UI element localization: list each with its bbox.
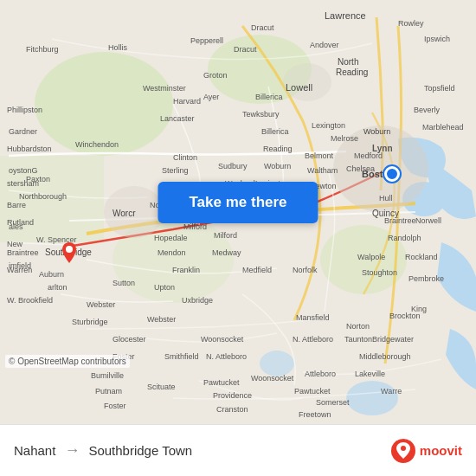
svg-point-8 [346, 381, 398, 415]
svg-text:Warre: Warre [381, 387, 402, 396]
svg-text:Ayer: Ayer [203, 93, 219, 101]
svg-text:Sudbury: Sudbury [218, 162, 248, 170]
svg-text:Woburn: Woburn [264, 162, 291, 170]
svg-text:Harvard: Harvard [173, 97, 201, 106]
take-me-there-button[interactable]: Take me there [158, 182, 318, 223]
svg-text:Hollis: Hollis [108, 43, 128, 52]
svg-text:Milford: Milford [183, 222, 207, 231]
moovit-brand-icon [390, 438, 416, 464]
svg-text:Sterling: Sterling [162, 166, 189, 175]
svg-text:Pawtucket: Pawtucket [294, 387, 331, 396]
svg-point-129 [401, 446, 406, 451]
svg-text:Billerica: Billerica [261, 127, 289, 136]
svg-text:Taunton: Taunton [344, 335, 372, 344]
svg-text:Mansfield: Mansfield [296, 313, 330, 322]
svg-text:Braintree: Braintree [7, 248, 39, 257]
route-info: Nahant → Southbridge Town [14, 441, 192, 460]
svg-text:Lancaster: Lancaster [160, 114, 195, 123]
svg-text:Glocester: Glocester [113, 335, 146, 344]
svg-text:Pawtucket: Pawtucket [203, 378, 240, 387]
svg-text:Groton: Groton [203, 71, 228, 80]
svg-text:Rockland: Rockland [405, 253, 438, 261]
svg-text:Melrose: Melrose [331, 134, 358, 143]
svg-text:Providence: Providence [213, 391, 252, 400]
svg-text:Tewksbury: Tewksbury [242, 110, 280, 119]
svg-text:Auburn: Auburn [39, 270, 64, 279]
svg-text:Norwell: Norwell [415, 216, 441, 225]
svg-text:Attleboro: Attleboro [305, 370, 336, 378]
svg-text:Sutton: Sutton [113, 279, 135, 287]
svg-text:arlton: arlton [48, 283, 68, 292]
svg-text:Westminster: Westminster [143, 84, 186, 93]
bottom-navigation-bar: Nahant → Southbridge Town moovit [0, 424, 476, 476]
svg-text:Putnam: Putnam [95, 387, 122, 396]
svg-text:Woonsocket: Woonsocket [251, 374, 294, 383]
svg-text:Winchendon: Winchendon [75, 140, 119, 149]
svg-text:N. Attleboro: N. Attleboro [206, 352, 247, 361]
svg-text:Dracut: Dracut [251, 23, 274, 32]
moovit-brand-text: moovit [420, 443, 462, 458]
svg-text:Gardner: Gardner [9, 127, 37, 136]
svg-text:New: New [7, 240, 23, 248]
svg-text:Uxbridge: Uxbridge [182, 296, 213, 305]
svg-text:North: North [338, 57, 358, 67]
svg-text:Lakeville: Lakeville [355, 370, 385, 378]
svg-text:oystonG: oystonG [9, 166, 38, 175]
svg-text:Phillipston: Phillipston [7, 106, 42, 114]
svg-text:Andover: Andover [310, 41, 339, 49]
svg-text:Topsfield: Topsfield [424, 84, 455, 93]
svg-text:Woonsocket: Woonsocket [201, 335, 244, 344]
svg-text:Hubbardston: Hubbardston [7, 145, 52, 153]
svg-text:Hopedale: Hopedale [154, 234, 188, 242]
svg-text:Reading: Reading [336, 68, 368, 77]
svg-text:Marblehead: Marblehead [422, 123, 464, 132]
svg-text:Waltham: Waltham [307, 166, 338, 175]
svg-text:Medway: Medway [212, 248, 241, 257]
svg-text:Beverly: Beverly [414, 106, 441, 114]
svg-text:Norton: Norton [346, 322, 370, 331]
svg-text:Scituate: Scituate [147, 383, 176, 391]
svg-text:Clinton: Clinton [173, 153, 197, 162]
svg-text:Lawrence: Lawrence [325, 10, 366, 21]
svg-text:Billerica: Billerica [255, 93, 283, 101]
svg-text:King: King [411, 305, 427, 313]
svg-text:Mendon: Mendon [158, 248, 186, 257]
svg-text:Randolph: Randolph [388, 234, 421, 242]
svg-text:Chelsea: Chelsea [346, 164, 375, 173]
svg-text:Rowley: Rowley [398, 19, 424, 28]
svg-text:Paxton: Paxton [26, 175, 50, 183]
svg-text:Dracut: Dracut [234, 45, 257, 54]
svg-text:Bridgewater: Bridgewater [372, 335, 414, 344]
svg-text:Norfolk: Norfolk [293, 266, 318, 274]
svg-text:Stoughton: Stoughton [362, 268, 397, 277]
moovit-logo[interactable]: moovit [390, 438, 462, 464]
svg-text:W. Brookfield: W. Brookfield [7, 296, 53, 305]
svg-text:Belmont: Belmont [305, 151, 334, 160]
svg-text:Northborough: Northborough [19, 192, 67, 201]
svg-text:Walpole: Walpole [357, 253, 385, 261]
svg-text:Medford: Medford [354, 151, 383, 160]
svg-text:Bumilville: Bumilville [91, 371, 124, 380]
svg-text:Woburn: Woburn [363, 127, 390, 136]
svg-text:N. Attleboro: N. Attleboro [293, 335, 333, 344]
svg-text:Barre: Barre [7, 201, 26, 209]
svg-text:Ipswich: Ipswich [424, 35, 450, 43]
svg-text:Freetown: Freetown [299, 410, 331, 419]
svg-text:Lowell: Lowell [286, 82, 312, 93]
to-location-label: Southbridge Town [88, 443, 192, 458]
svg-text:Rutland: Rutland [7, 218, 34, 227]
map-attribution: © OpenStreetMap contributors [5, 355, 130, 368]
svg-text:Pembroke: Pembroke [408, 274, 444, 283]
svg-point-127 [66, 246, 73, 253]
svg-text:Pepperell: Pepperell [190, 36, 223, 45]
svg-text:Foster: Foster [104, 402, 126, 410]
from-location-label: Nahant [14, 443, 55, 458]
svg-text:Franklin: Franklin [172, 266, 200, 274]
svg-text:Warren: Warren [7, 266, 32, 274]
svg-text:Braintree: Braintree [384, 216, 416, 225]
svg-text:Webster: Webster [87, 300, 115, 309]
svg-text:Hull: Hull [379, 194, 393, 203]
map-container: Lawrence North Reading Lowell Woburn Lyn… [0, 0, 476, 424]
svg-text:Upton: Upton [154, 283, 175, 292]
svg-text:Fitchburg: Fitchburg [26, 45, 59, 54]
